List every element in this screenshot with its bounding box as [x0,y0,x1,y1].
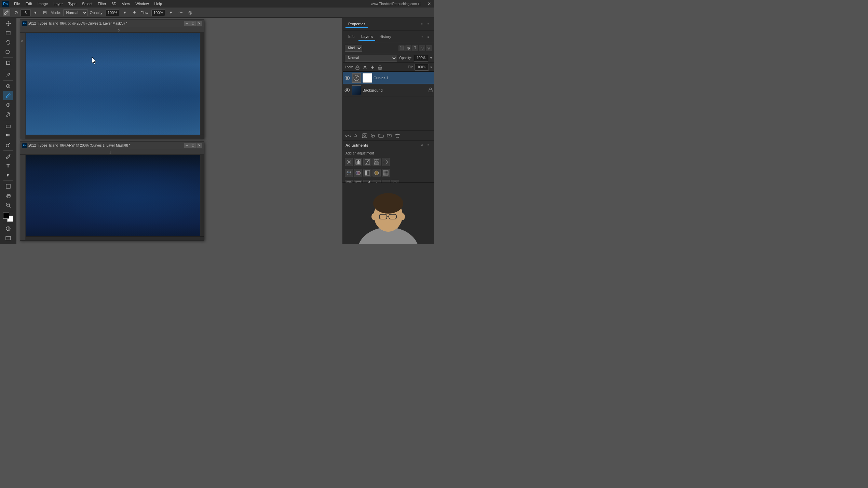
layers-kind-dropdown[interactable]: Kind [345,45,362,52]
menu-select[interactable]: Select [80,1,95,6]
doc-1-maximize-button[interactable]: □ [190,21,196,26]
lock-all-icon[interactable] [377,64,383,70]
move-tool-button[interactable] [3,19,13,28]
flow-input[interactable] [151,9,165,16]
menu-3d[interactable]: 3D [109,1,119,6]
smart-filter-icon[interactable]: ▽ [426,45,432,51]
mode-dropdown[interactable]: Normal Dissolve Multiply [63,9,88,16]
lock-position-icon[interactable] [369,64,376,70]
panel-menu-icon[interactable]: ≡ [426,22,431,27]
adjustments-menu-icon[interactable]: ≡ [426,143,431,148]
levels-adj-icon[interactable] [354,158,362,166]
tab-layers[interactable]: Layers [358,33,375,41]
blend-mode-dropdown[interactable]: Normal Multiply Screen [345,55,397,62]
path-select-tool-button[interactable] [3,171,13,180]
menu-edit[interactable]: Edit [23,1,35,6]
crop-tool-button[interactable] [3,59,13,68]
tab-history[interactable]: History [377,33,394,41]
photo-filter-adj-icon[interactable] [372,169,381,177]
add-mask-icon[interactable] [361,132,368,139]
opacity-input[interactable] [106,9,119,16]
brush-size-icon[interactable]: ⊙ [12,9,20,16]
hand-tool-button[interactable] [3,191,13,200]
foreground-background-colors[interactable] [3,213,13,222]
layer-row-background[interactable]: Background [343,84,434,96]
clone-tool-button[interactable] [3,100,13,110]
quick-select-tool-button[interactable] [3,48,13,57]
info-panel-expand-icon[interactable]: « [420,34,425,40]
brush-tool-button[interactable] [3,91,13,100]
brush-settings-icon[interactable]: ⊞ [41,9,49,16]
black-white-adj-icon[interactable] [363,169,371,177]
doc-1-minimize-button[interactable]: ─ [184,21,190,26]
marquee-tool-button[interactable] [3,29,13,38]
delete-layer-icon[interactable] [394,132,401,139]
menu-filter[interactable]: Filter [95,1,108,6]
doc-2-scrollbar-v[interactable] [200,155,204,236]
layers-opacity-input[interactable] [414,55,428,62]
lock-transparent-pixels-icon[interactable] [354,64,361,70]
menu-image[interactable]: Image [35,1,51,6]
vibrance-adj-icon[interactable] [382,158,390,166]
doc-1-titlebar[interactable]: Ps 2012_Tybee_Island_064.jpg @ 200% (Cur… [20,20,204,27]
type-tool-button[interactable]: T [3,161,13,170]
brush-size-up-icon[interactable]: ▾ [31,9,39,16]
doc-1-scrollbar-h[interactable] [26,135,204,139]
add-fx-icon[interactable]: fx [353,132,360,139]
flow-dropdown-icon[interactable]: ▾ [167,9,175,16]
adjustments-expand-icon[interactable]: « [419,143,425,148]
menu-window[interactable]: Window [133,1,151,6]
fill-arrow-icon[interactable]: ▾ [430,65,432,69]
healing-tool-button[interactable] [3,82,13,91]
doc-2-minimize-button[interactable]: ─ [184,143,190,148]
eyedropper-tool-button[interactable] [3,70,13,79]
shape-tool-button[interactable] [3,182,13,191]
doc-2-scrollbar-h[interactable] [26,236,204,240]
hue-saturation-adj-icon[interactable] [345,169,353,177]
zoom-tool-button[interactable] [3,201,13,210]
curves-adj-icon[interactable] [363,158,371,166]
smooth-icon[interactable]: 〜 [177,9,184,16]
shape-filter-icon[interactable]: ⬡ [419,45,425,51]
add-adjustment-layer-icon[interactable] [369,132,376,139]
color-balance-adj-icon[interactable] [354,169,362,177]
add-layer-icon[interactable] [386,132,393,139]
type-filter-icon[interactable]: T [412,45,418,51]
doc-1-close-button[interactable]: ✕ [196,21,202,26]
layer-link-icon[interactable] [345,132,352,139]
menu-type[interactable]: Type [66,1,79,6]
channel-mixer-adj-icon[interactable] [382,169,390,177]
lock-image-pixels-icon[interactable] [362,64,368,70]
brush-size-input[interactable] [21,9,31,16]
gradient-tool-button[interactable] [3,131,13,140]
eraser-tool-button[interactable] [3,121,13,131]
brush-tool-icon[interactable] [3,9,10,16]
lasso-tool-button[interactable] [3,38,13,47]
pixel-filter-icon[interactable]: ⬛ [398,45,405,51]
angle-icon[interactable]: ◎ [186,9,194,16]
doc-2-close-button[interactable]: ✕ [196,143,202,148]
pen-tool-button[interactable] [3,151,13,161]
curves1-visibility-icon[interactable] [344,75,350,81]
info-panel-menu-icon[interactable]: ≡ [426,34,431,40]
doc-2-maximize-button[interactable]: □ [190,143,196,148]
doc-1-scrollbar-v[interactable] [200,33,204,135]
adjustment-filter-icon[interactable]: ◑ [405,45,411,51]
maximize-button[interactable]: □ [415,0,424,8]
exposure-adj-icon[interactable] [372,158,381,166]
menu-view[interactable]: View [120,1,133,6]
tab-properties[interactable]: Properties [345,21,368,28]
opacity-arrow-icon[interactable]: ▾ [430,56,432,60]
background-visibility-icon[interactable] [344,87,350,93]
tab-info[interactable]: Info [345,33,357,41]
doc-2-titlebar[interactable]: Ps 2012_Tybee_Island_064.ARW @ 200% (Cur… [20,142,204,149]
menu-layer[interactable]: Layer [51,1,65,6]
panel-expand-icon[interactable]: « [419,22,424,27]
quick-mask-button[interactable] [3,224,13,233]
screen-mode-button[interactable] [3,233,13,243]
doc-1-canvas[interactable] [26,33,204,139]
airbrush-icon[interactable]: ✦ [131,9,138,16]
foreground-color-swatch[interactable] [3,213,9,219]
opacity-dropdown-icon[interactable]: ▾ [121,9,129,16]
add-group-icon[interactable] [378,132,384,139]
